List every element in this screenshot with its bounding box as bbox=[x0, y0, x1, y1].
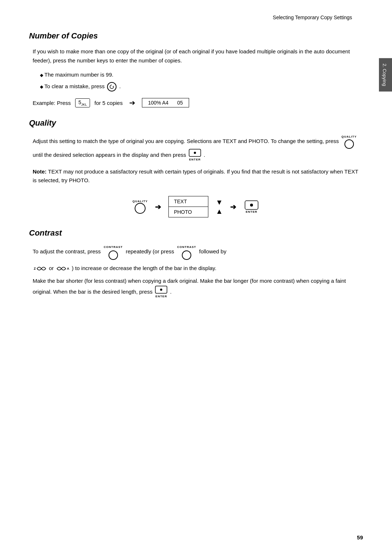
number-of-copies-body: If you wish to make more than one copy o… bbox=[29, 47, 363, 65]
quality-heading: Quality bbox=[29, 118, 363, 128]
enter-button-icon-inline: ENTER bbox=[189, 149, 201, 162]
section-number-of-copies: Number of Copies If you wish to make mor… bbox=[29, 31, 363, 107]
page-number: 59 bbox=[357, 534, 363, 540]
svg-marker-0 bbox=[113, 86, 114, 87]
contrast-button-1-icon: CONTRAST bbox=[104, 244, 123, 260]
svg-point-4 bbox=[250, 204, 253, 207]
arrow-to-enter: ➔ bbox=[230, 203, 236, 211]
contrast-line1: To adjust the contrast, press CONTRAST r… bbox=[29, 244, 363, 260]
page-container: Selecting Temporary Copy Settings 2. Cop… bbox=[0, 0, 392, 555]
quality-options-box: TEXT PHOTO bbox=[168, 196, 208, 217]
section-quality: Quality Adjust this setting to match the… bbox=[29, 118, 363, 217]
bullet-clear-mistake: To clear a mistake, press . bbox=[40, 82, 363, 91]
quality-button-icon: QUALITY bbox=[342, 134, 357, 149]
header-title: Selecting Temporary Copy Settings bbox=[273, 15, 352, 20]
up-arrow-icon: ▲ bbox=[216, 207, 223, 216]
example-row: Example: Press 5JKL for 5 copies ➔ 100% … bbox=[33, 98, 363, 107]
page-header: Selecting Temporary Copy Settings bbox=[29, 15, 363, 20]
quality-option-photo: PHOTO bbox=[169, 207, 208, 217]
left-arrow-button-icon: Z bbox=[34, 265, 46, 273]
enter-button-diagram: ENTER bbox=[245, 200, 258, 213]
down-arrow-icon: ▼ bbox=[216, 198, 223, 207]
display-box: 100% A4 05 bbox=[142, 98, 189, 107]
arrow-to-box: ➔ bbox=[155, 203, 161, 211]
quality-note: Note: TEXT may not produce a satisfactor… bbox=[29, 167, 363, 185]
quality-option-text: TEXT bbox=[169, 196, 208, 207]
contrast-line2: Z or A ) to increase or decrease the len… bbox=[29, 263, 363, 274]
arrow-right-icon: ➔ bbox=[129, 98, 135, 107]
clear-button-icon bbox=[107, 82, 117, 91]
quality-body1: Adjust this setting to match the type of… bbox=[29, 134, 363, 162]
contrast-line3: Make the bar shorter (for less contrast)… bbox=[29, 277, 363, 299]
svg-point-2 bbox=[194, 152, 196, 154]
contrast-heading: Contrast bbox=[29, 228, 363, 238]
side-tab: 2. Copying bbox=[379, 58, 392, 91]
quality-diagram: QUALITY ➔ TEXT PHOTO ▼ ▲ ➔ ENTE bbox=[29, 196, 363, 217]
svg-point-6 bbox=[160, 289, 162, 291]
example-suffix: for 5 copies bbox=[94, 100, 123, 106]
contrast-button-2-icon: CONTRAST bbox=[177, 244, 196, 260]
quality-circle-left: QUALITY bbox=[132, 200, 148, 214]
example-key: 5JKL bbox=[75, 98, 90, 107]
arrows-updown: ▼ ▲ bbox=[216, 198, 223, 216]
right-arrow-button-icon: A bbox=[56, 265, 69, 273]
number-of-copies-heading: Number of Copies bbox=[29, 31, 363, 41]
enter-button-contrast: ENTER bbox=[155, 286, 167, 299]
side-tab-text: 2. Copying bbox=[382, 64, 387, 86]
bullet-max-number: The maximum number is 99. bbox=[40, 70, 363, 79]
section-contrast: Contrast To adjust the contrast, press C… bbox=[29, 228, 363, 299]
example-label: Example: Press bbox=[33, 100, 71, 106]
